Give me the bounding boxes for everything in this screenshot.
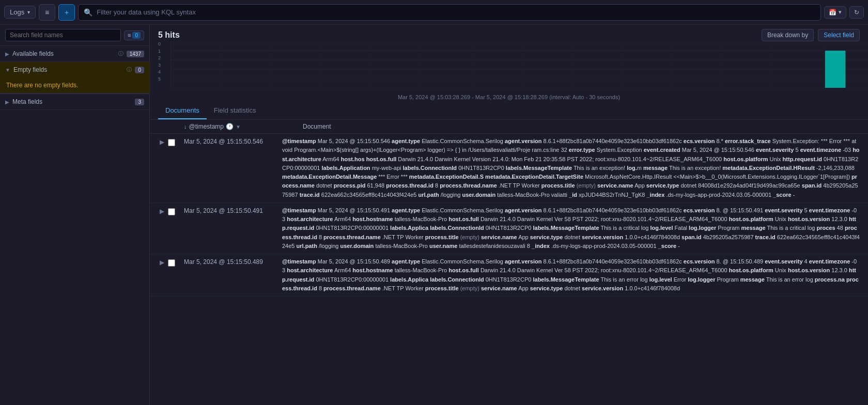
kql-search-icon: 🔍 [84, 8, 92, 17]
empty-fields-header[interactable]: ▼ Empty fields ⓘ 0 [0, 62, 149, 77]
row-timestamp-1: Mar 5, 2024 @ 15:15:50.546 [184, 137, 277, 145]
search-field-names-input[interactable] [5, 29, 121, 41]
doc-text-2: @timestamp Mar 5, 2024 @ 15:15:50.491 ag… [282, 207, 860, 249]
table-row: ▶ Mar 5, 2024 @ 15:15:50.491 @timestamp … [150, 203, 868, 254]
available-fields-info-icon: ⓘ [118, 50, 123, 57]
hits-count: 5 hits [158, 30, 180, 40]
filter-icon: ≡ [45, 8, 49, 17]
tab-documents[interactable]: Documents [158, 102, 207, 119]
break-down-by-button[interactable]: Break down by [762, 29, 814, 41]
available-fields-header[interactable]: ▶ Available fields ⓘ 1437 [0, 46, 149, 61]
row-expand-btn-3[interactable]: ▶ [158, 258, 166, 267]
filter-clock-icon: 🕐 [226, 123, 234, 130]
row-actions-2: ▶ [158, 206, 179, 215]
document-col-label: Document [303, 123, 331, 130]
meta-fields-section: ▶ Meta fields 3 [0, 94, 149, 110]
table-header: ↓ @timestamp 🕐 ▼ Document [150, 120, 868, 134]
row-document-3: @timestamp Mar 5, 2024 @ 15:15:50.489 ag… [282, 257, 860, 293]
empty-fields-label: Empty fields [13, 66, 124, 73]
timestamp-sort-icon: ▼ [236, 124, 241, 130]
chart-container: 5 4 3 2 1 0 [150, 41, 868, 93]
logs-chevron-icon: ▾ [27, 9, 30, 15]
col-timestamp[interactable]: ↓ @timestamp 🕐 ▼ [184, 123, 298, 130]
row-checkbox-1[interactable] [168, 139, 175, 146]
doc-text-1: @timestamp Mar 5, 2024 @ 15:15:50.546 ag… [282, 138, 860, 198]
meta-fields-chevron-icon: ▶ [5, 99, 9, 105]
calendar-icon: 📅 [829, 9, 836, 16]
topbar-right: 📅 ▾ ↻ [824, 6, 864, 19]
meta-fields-label: Meta fields [12, 98, 132, 105]
table-row: ▶ Mar 5, 2024 @ 15:15:50.489 @timestamp … [150, 254, 868, 297]
empty-fields-info-icon: ⓘ [127, 66, 132, 73]
topbar: Logs ▾ ≡ + 🔍 Filter your data using KQL … [0, 0, 868, 25]
add-icon-btn[interactable]: + [58, 4, 75, 21]
chart-timerange: Mar 5, 2024 @ 15:03:28.269 - Mar 5, 2024… [150, 93, 868, 102]
available-fields-count: 1437 [127, 51, 144, 57]
table-row: ▶ Mar 5, 2024 @ 15:15:50.546 @timestamp … [150, 134, 868, 203]
meta-fields-count: 3 [135, 99, 144, 105]
row-expand-btn-2[interactable]: ▶ [158, 207, 166, 215]
col-document: Document [303, 123, 860, 130]
timestamp-col-label: @timestamp [189, 123, 224, 130]
chart-header: 5 hits Break down by Select field [150, 25, 868, 41]
row-actions-3: ▶ [158, 257, 179, 267]
calendar-label: ▾ [839, 9, 842, 15]
row-actions-1: ▶ [158, 137, 179, 146]
plus-icon: + [65, 8, 69, 17]
row-checkbox-2[interactable] [168, 208, 175, 215]
filter-icon-small: ≡ [128, 32, 131, 38]
filter-icon-btn[interactable]: ≡ [39, 4, 55, 21]
available-fields-chevron-icon: ▶ [5, 51, 9, 57]
meta-fields-header[interactable]: ▶ Meta fields 3 [0, 94, 149, 110]
chart-y-axis: 5 4 3 2 1 0 [158, 41, 161, 83]
available-fields-section: ▶ Available fields ⓘ 1437 [0, 46, 149, 62]
empty-fields-message: There are no empty fields. [0, 77, 149, 94]
sort-down-icon: ↓ [184, 123, 187, 130]
kql-filter-bar[interactable]: 🔍 Filter your data using KQL syntax [78, 4, 821, 21]
svg-rect-20 [825, 51, 846, 88]
main-layout: ≡ 0 ▶ Available fields ⓘ 1437 ▼ Empty fi… [0, 25, 868, 405]
filter-count-badge: 0 [132, 32, 141, 39]
kql-placeholder: Filter your data using KQL syntax [97, 8, 196, 16]
tab-field-statistics[interactable]: Field statistics [207, 102, 264, 119]
row-timestamp-3: Mar 5, 2024 @ 15:15:50.489 [184, 257, 277, 266]
empty-fields-chevron-icon: ▼ [5, 67, 10, 73]
sidebar: ≡ 0 ▶ Available fields ⓘ 1437 ▼ Empty fi… [0, 25, 150, 405]
empty-fields-section: ▼ Empty fields ⓘ 0 There are no empty fi… [0, 62, 149, 94]
chart-svg: 15:03 15:04 15:05 15:06 15:07 15:08 15:0… [171, 41, 868, 88]
row-expand-btn-1[interactable]: ▶ [158, 138, 166, 146]
content-area: 5 hits Break down by Select field 5 4 3 … [150, 25, 868, 405]
doc-text-3: @timestamp Mar 5, 2024 @ 15:15:50.489 ag… [282, 258, 859, 291]
empty-fields-count: 0 [135, 67, 144, 73]
table-area[interactable]: ↓ @timestamp 🕐 ▼ Document ▶ Mar 5, 2024 … [150, 120, 868, 405]
logs-label: Logs [10, 8, 24, 16]
logs-dropdown[interactable]: Logs ▾ [4, 6, 36, 19]
tabs-bar: Documents Field statistics [150, 102, 868, 120]
available-fields-label: Available fields [12, 50, 115, 57]
row-document-1: @timestamp Mar 5, 2024 @ 15:15:50.546 ag… [282, 137, 860, 199]
refresh-btn[interactable]: ↻ [849, 6, 864, 19]
row-document-2: @timestamp Mar 5, 2024 @ 15:15:50.491 ag… [282, 206, 860, 251]
sidebar-filter-badge[interactable]: ≡ 0 [124, 30, 144, 40]
calendar-btn[interactable]: 📅 ▾ [824, 6, 846, 19]
refresh-icon: ↻ [854, 9, 859, 16]
sidebar-search-area: ≡ 0 [0, 25, 149, 46]
row-timestamp-2: Mar 5, 2024 @ 15:15:50.491 [184, 206, 277, 214]
select-fields-button[interactable]: Select field [818, 29, 860, 41]
row-checkbox-3[interactable] [168, 259, 175, 267]
